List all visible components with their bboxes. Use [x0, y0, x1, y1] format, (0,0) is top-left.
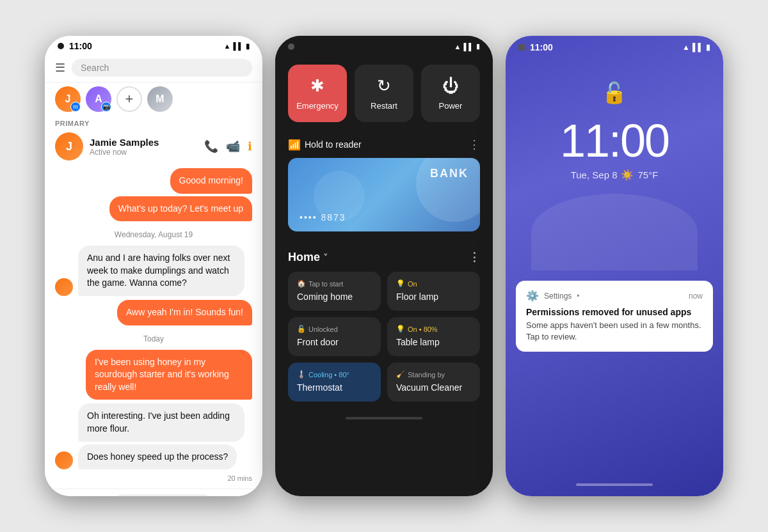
floor-lamp-status: 💡 On [396, 279, 471, 288]
sent-message-1: Goood morning! [170, 168, 252, 194]
notif-card-header: ⚙️ Settings • now [526, 290, 703, 302]
notification-card[interactable]: ⚙️ Settings • now Permissions removed fo… [516, 281, 713, 352]
home-icon-1: 🏠 [297, 279, 306, 288]
messenger-badge-2: 📷 [101, 102, 111, 112]
phone-icon[interactable]: 📞 [204, 139, 218, 153]
received-message-2: Oh interesting. I've just been adding mo… [78, 403, 244, 441]
message-time: 20 mins [55, 473, 252, 483]
home-tile-thermostat[interactable]: 🌡️ Cooling • 80° Thermostat [288, 363, 381, 402]
restart-icon: ↻ [377, 76, 391, 96]
contact-row: J Jamie Samples Active now 📞 📹 ℹ [45, 130, 262, 163]
video-icon[interactable]: 📹 [226, 139, 240, 153]
contact-actions: 📞 📹 ℹ [204, 139, 252, 153]
power-label: Power [439, 101, 463, 111]
power-home-phone: ▲ ▌▌ ▮ ✱ Emergency ↻ Restart ⏻ Power 📶 H… [275, 36, 493, 496]
notif-card-body: Some apps haven't been used in a few mon… [526, 320, 703, 343]
status-time: 11:00 [69, 41, 92, 51]
messenger-header: ☰ Search [45, 54, 262, 82]
vacuum-icon: 🧹 [396, 370, 405, 379]
notif-time: now [689, 292, 703, 301]
nfc-section: 📶 Hold to reader ⋮ BANK •••• 8873 [275, 130, 493, 250]
sent-message-3: Aww yeah I'm in! Sounds fun! [117, 300, 252, 325]
add-story-button[interactable]: + [116, 86, 142, 112]
bank-card[interactable]: BANK •••• 8873 [288, 158, 480, 231]
signal-icon-3: ▌▌ [692, 43, 703, 52]
sent-message-2: What's up today? Let's meet up [109, 196, 252, 222]
small-avatar-1 [55, 278, 73, 296]
emergency-button[interactable]: ✱ Emergency [288, 65, 347, 122]
coming-home-name: Coming home [297, 292, 372, 302]
card-stack: BANK •••• 8873 [288, 158, 480, 235]
lock-date: Tue, Sep 8 ☀️ 75°F [571, 169, 659, 181]
restart-button[interactable]: ↻ Restart [355, 65, 413, 122]
emergency-icon: ✱ [310, 76, 324, 96]
received-group-1: Anu and I are having folks over next wee… [55, 246, 252, 296]
lock-icon-1: 🔓 [297, 325, 306, 333]
battery-icon-3: ▮ [706, 43, 710, 52]
nfc-label: Hold to reader [305, 139, 362, 150]
home-menu-icon[interactable]: ⋮ [468, 250, 480, 264]
contact-avatar: J [55, 132, 83, 160]
camera-dot [58, 43, 64, 49]
vacuum-status: 🧹 Standing by [396, 370, 471, 379]
wifi-icon-3: ▲ [682, 43, 690, 52]
avatar-3[interactable]: M [147, 86, 173, 112]
front-door-status: 🔓 Unlocked [297, 325, 372, 333]
home-title: Home ˅ [288, 251, 328, 264]
restart-label: Restart [371, 101, 397, 111]
signal-icon-2: ▌▌ [463, 43, 474, 51]
received-group-2: Oh interesting. I've just been adding mo… [55, 403, 252, 469]
wifi-icon-2: ▲ [454, 43, 461, 51]
received-message-3: Does honey speed up the process? [78, 444, 237, 470]
sent-message-4: I've been using honey in my sourdough st… [86, 350, 252, 400]
lock-screen-phone: 11:00 ▲ ▌▌ ▮ 🔓 11:00 Tue, Sep 8 ☀️ 75°F … [506, 36, 723, 496]
home-tile-table-lamp[interactable]: 💡 On • 80% Table lamp [387, 317, 480, 356]
hamburger-icon[interactable]: ☰ [55, 61, 65, 75]
camera-dot-2 [288, 43, 294, 50]
home-grid: 🏠 Tap to start Coming home 💡 On Floor la… [288, 272, 480, 402]
status-icons-3: ▲ ▌▌ ▮ [682, 43, 710, 52]
home-tile-coming-home[interactable]: 🏠 Tap to start Coming home [288, 272, 381, 311]
lock-icon: 🔓 [602, 81, 627, 105]
sent-group-2: Aww yeah I'm in! Sounds fun! [55, 300, 252, 325]
settings-gear-icon: ⚙️ [526, 290, 539, 302]
home-chevron-icon: ˅ [323, 253, 328, 263]
home-tile-front-door[interactable]: 🔓 Unlocked Front door [288, 317, 381, 356]
bulb-icon-2: 💡 [396, 325, 405, 333]
lock-body: 🔓 11:00 Tue, Sep 8 ☀️ 75°F ⚙️ Settings •… [506, 55, 723, 352]
lock-status-time: 11:00 [530, 42, 553, 52]
thermo-icon: 🌡️ [297, 370, 306, 379]
home-title-text: Home [288, 251, 320, 263]
status-bar-2: ▲ ▌▌ ▮ [275, 36, 493, 54]
nfc-icon: 📶 [288, 139, 301, 151]
nfc-menu-icon[interactable]: ⋮ [468, 137, 480, 152]
power-icon: ⏻ [442, 76, 459, 96]
sent-group-1: Goood morning! What's up today? Let's me… [55, 168, 252, 221]
home-tile-floor-lamp[interactable]: 💡 On Floor lamp [387, 272, 480, 311]
date-divider-1: Wednesday, August 19 [55, 225, 252, 242]
messenger-badge: m [70, 102, 81, 112]
bulb-icon-1: 💡 [396, 279, 405, 288]
status-icons-2: ▲ ▌▌ ▮ [454, 42, 480, 51]
nfc-header: 📶 Hold to reader ⋮ [288, 137, 480, 152]
search-input[interactable]: Search [72, 59, 252, 77]
home-tile-vacuum[interactable]: 🧹 Standing by Vacuum Cleaner [387, 363, 480, 402]
message-text-input[interactable]: Aa [113, 494, 212, 496]
primary-label: PRIMARY [45, 117, 262, 130]
status-icons: ▲ ▌▌ ▮ [224, 42, 250, 51]
info-icon[interactable]: ℹ [248, 139, 252, 153]
vacuum-name: Vacuum Cleaner [396, 382, 471, 393]
small-avatar-2 [55, 451, 73, 469]
notif-app-name: Settings [544, 292, 572, 301]
arc-decoration [531, 194, 698, 270]
power-buttons-row: ✱ Emergency ↻ Restart ⏻ Power [275, 54, 493, 130]
floor-lamp-name: Floor lamp [396, 292, 471, 302]
avatar-row: J m A 📷 + M [45, 82, 262, 117]
thermostat-status: 🌡️ Cooling • 80° [297, 370, 372, 379]
date-divider-2: Today [55, 329, 252, 346]
power-button[interactable]: ⏻ Power [421, 65, 480, 122]
home-section: Home ˅ ⋮ 🏠 Tap to start Coming home 💡 On… [275, 250, 493, 412]
contact-name: Jamie Samples [90, 137, 198, 148]
signal-icon: ▌▌ [233, 42, 243, 50]
lock-date-text: Tue, Sep 8 [571, 169, 618, 180]
